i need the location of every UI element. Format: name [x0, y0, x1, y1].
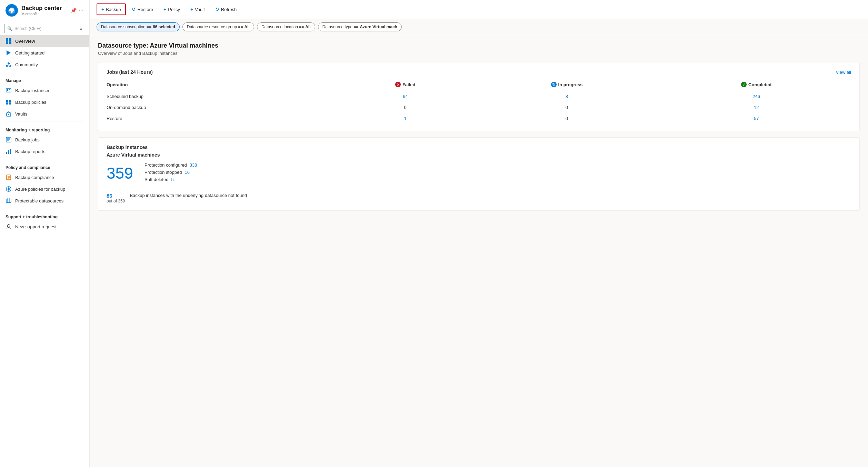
detail-label: Soft deleted: [144, 177, 168, 182]
vaults-label: Vaults: [15, 111, 27, 117]
filter-resource-group[interactable]: Datasource resource group == All: [182, 22, 254, 31]
view-all-link[interactable]: View all: [836, 70, 851, 75]
table-row: On-demand backup0012: [107, 102, 851, 113]
policy-label: Policy: [168, 7, 180, 12]
search-box[interactable]: 🔍 Search (Ctrl+/) «: [4, 24, 85, 33]
app-title-block: Backup center Microsoft: [21, 5, 62, 16]
restore-button[interactable]: ↺ Restore: [127, 4, 158, 15]
refresh-button[interactable]: ↻ Refresh: [211, 4, 241, 15]
app-title: Backup center: [21, 5, 62, 12]
new-support-label: New support request: [15, 224, 57, 229]
sidebar-item-getting-started[interactable]: Getting started: [0, 47, 89, 59]
sidebar-item-protectable-datasources[interactable]: Protectable datasources: [0, 195, 89, 207]
filter-subscription-value: 66 selected: [153, 24, 175, 29]
svg-rect-27: [8, 150, 9, 154]
backup-jobs-label: Backup jobs: [15, 137, 40, 142]
vault-label: Vault: [195, 7, 205, 12]
sidebar-item-overview[interactable]: Overview: [0, 35, 89, 47]
filter-bar: Datasource subscription == 66 selected D…: [90, 19, 868, 35]
job-completed-cell[interactable]: 57: [665, 113, 851, 124]
sidebar-item-community[interactable]: Community: [0, 59, 89, 70]
pin-icon[interactable]: 📌: [71, 8, 77, 13]
detail-row: Protection stopped16: [144, 170, 197, 175]
sidebar-header: Backup center Microsoft 📌 ···: [0, 0, 89, 20]
completed-link[interactable]: 12: [754, 105, 759, 110]
filter-type-value: Azure Virtual mach: [360, 24, 397, 29]
svg-point-34: [8, 188, 10, 190]
svg-rect-29: [7, 175, 11, 180]
sidebar-item-backup-policies[interactable]: Backup policies: [0, 96, 89, 108]
app-subtitle: Microsoft: [21, 12, 62, 16]
completed-link[interactable]: 57: [754, 116, 759, 121]
backup-reports-icon: [6, 148, 12, 155]
backup-button[interactable]: + Backup: [97, 3, 126, 15]
backup-instances-icon: [6, 87, 12, 93]
svg-rect-7: [9, 41, 11, 44]
inprogress-link[interactable]: 8: [566, 94, 568, 99]
svg-rect-13: [7, 89, 8, 91]
policy-button[interactable]: + Policy: [159, 4, 184, 15]
col-inprogress: In progress: [472, 80, 665, 91]
backup-label: Backup: [106, 7, 121, 12]
failed-link[interactable]: 64: [403, 94, 408, 99]
job-failed-cell[interactable]: 64: [342, 91, 472, 102]
failed-link[interactable]: 1: [404, 116, 407, 121]
backup-policies-icon: [6, 99, 12, 105]
job-failed-cell[interactable]: 1: [342, 113, 472, 124]
instances-bottom-num[interactable]: 86: [107, 193, 125, 199]
collapse-button[interactable]: «: [80, 26, 82, 31]
detail-value[interactable]: 5: [171, 177, 173, 182]
svg-rect-5: [9, 38, 11, 41]
sidebar-item-vaults[interactable]: Vaults: [0, 108, 89, 120]
svg-rect-6: [6, 41, 8, 44]
protectable-datasources-icon: [6, 198, 12, 204]
backup-reports-label: Backup reports: [15, 149, 45, 154]
monitoring-section-label: Monitoring + reporting: [0, 123, 89, 134]
job-completed-cell[interactable]: 12: [665, 102, 851, 113]
jobs-card-header: Jobs (last 24 Hours) View all: [107, 69, 851, 75]
svg-point-21: [8, 114, 9, 115]
restore-label: Restore: [138, 7, 153, 12]
filter-type[interactable]: Datasource type == Azure Virtual mach: [318, 22, 402, 31]
main-content: + Backup ↺ Restore + Policy + Vault ↻ Re…: [90, 0, 868, 467]
detail-label: Protection stopped: [144, 170, 182, 175]
sidebar-item-backup-compliance[interactable]: Backup compliance: [0, 171, 89, 183]
filter-rg-value: All: [245, 24, 250, 29]
new-support-icon: [6, 223, 12, 230]
sidebar-item-backup-instances[interactable]: Backup instances: [0, 85, 89, 96]
more-icon[interactable]: ···: [79, 8, 84, 13]
job-completed-cell[interactable]: 246: [665, 91, 851, 102]
refresh-label: Refresh: [221, 7, 237, 12]
instances-bottom-sub: out of 359: [107, 199, 125, 203]
sidebar-item-backup-reports[interactable]: Backup reports: [0, 146, 89, 157]
search-placeholder: Search (Ctrl+/): [14, 26, 41, 31]
svg-rect-28: [10, 149, 11, 154]
backup-jobs-icon: [6, 137, 12, 143]
sidebar-item-azure-policies[interactable]: Azure policies for backup: [0, 183, 89, 195]
detail-value[interactable]: 16: [184, 170, 189, 175]
job-failed-cell: 0: [342, 102, 472, 113]
detail-value[interactable]: 338: [190, 162, 197, 168]
nav-divider-4: [6, 208, 84, 208]
completed-link[interactable]: 246: [752, 94, 760, 99]
jobs-table: Operation Failed In progress: [107, 80, 851, 124]
job-inprogress-cell[interactable]: 8: [472, 91, 665, 102]
filter-location[interactable]: Datasource location == All: [257, 22, 315, 31]
job-operation-cell: Restore: [107, 113, 342, 124]
vault-plus-icon: +: [190, 7, 193, 12]
vault-button[interactable]: + Vault: [186, 4, 209, 15]
azure-policies-label: Azure policies for backup: [15, 187, 65, 192]
filter-subscription[interactable]: Datasource subscription == 66 selected: [97, 22, 180, 31]
page-title: Datasource type: Azure Virtual machines: [98, 42, 860, 49]
sidebar-item-new-support[interactable]: New support request: [0, 221, 89, 232]
instances-bottom-text: Backup instances with the underlying dat…: [130, 193, 247, 198]
nav-divider-3: [6, 159, 84, 159]
jobs-card-title: Jobs (last 24 Hours): [107, 69, 153, 75]
sidebar-item-backup-jobs[interactable]: Backup jobs: [0, 134, 89, 146]
instances-total[interactable]: 359: [107, 165, 134, 181]
svg-marker-8: [7, 50, 11, 55]
failed-status-icon: [395, 82, 401, 87]
page-subtitle: Overview of Jobs and Backup instances: [98, 51, 860, 56]
overview-label: Overview: [15, 39, 35, 44]
col-operation: Operation: [107, 80, 342, 91]
